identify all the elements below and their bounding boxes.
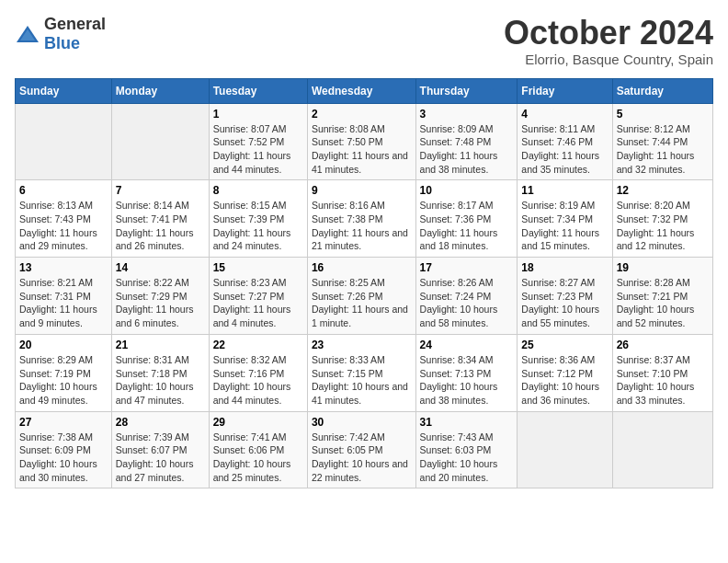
day-number: 6 (19, 184, 108, 197)
page-header: General Blue October 2024 Elorrio, Basqu… (15, 15, 713, 67)
day-number: 11 (521, 184, 608, 197)
day-info: Sunrise: 8:21 AMSunset: 7:31 PMDaylight:… (19, 276, 108, 330)
header-wednesday: Wednesday (307, 78, 415, 103)
day-number: 12 (617, 184, 709, 197)
day-number: 28 (116, 416, 205, 429)
calendar-cell: 13Sunrise: 8:21 AMSunset: 7:31 PMDayligh… (16, 258, 112, 335)
day-number: 21 (116, 339, 205, 351)
day-info: Sunrise: 8:15 AMSunset: 7:39 PMDaylight:… (213, 199, 303, 253)
week-row-2: 13Sunrise: 8:21 AMSunset: 7:31 PMDayligh… (16, 258, 713, 335)
day-info: Sunrise: 8:16 AMSunset: 7:38 PMDaylight:… (312, 199, 412, 253)
logo: General Blue (15, 15, 106, 53)
day-info: Sunrise: 8:36 AMSunset: 7:12 PMDaylight:… (521, 353, 608, 408)
day-info: Sunrise: 7:43 AMSunset: 6:03 PMDaylight:… (420, 431, 514, 485)
header-tuesday: Tuesday (209, 78, 307, 103)
day-number: 20 (19, 339, 108, 351)
week-row-1: 6Sunrise: 8:13 AMSunset: 7:43 PMDaylight… (16, 180, 713, 258)
day-info: Sunrise: 8:07 AMSunset: 7:52 PMDaylight:… (213, 122, 303, 177)
day-info: Sunrise: 8:20 AMSunset: 7:32 PMDaylight:… (617, 199, 709, 253)
day-number: 23 (312, 339, 412, 351)
header-monday: Monday (111, 78, 209, 103)
day-info: Sunrise: 8:23 AMSunset: 7:27 PMDaylight:… (213, 276, 303, 330)
day-info: Sunrise: 7:42 AMSunset: 6:05 PMDaylight:… (312, 431, 412, 485)
logo-blue: Blue (44, 34, 80, 52)
day-number: 15 (213, 261, 303, 274)
day-number: 9 (312, 184, 412, 197)
day-info: Sunrise: 8:29 AMSunset: 7:19 PMDaylight:… (19, 353, 108, 408)
calendar-cell: 28Sunrise: 7:39 AMSunset: 6:07 PMDayligh… (111, 411, 209, 488)
calendar-cell: 29Sunrise: 7:41 AMSunset: 6:06 PMDayligh… (209, 411, 307, 488)
logo-general: General (44, 15, 106, 33)
day-info: Sunrise: 7:39 AMSunset: 6:07 PMDaylight:… (116, 431, 205, 485)
calendar-cell: 27Sunrise: 7:38 AMSunset: 6:09 PMDayligh… (16, 411, 112, 488)
calendar-table: SundayMondayTuesdayWednesdayThursdayFrid… (15, 78, 713, 489)
day-number: 13 (19, 261, 108, 274)
calendar-cell: 12Sunrise: 8:20 AMSunset: 7:32 PMDayligh… (612, 180, 712, 258)
header-friday: Friday (518, 78, 612, 103)
day-number: 10 (420, 184, 514, 197)
day-info: Sunrise: 8:25 AMSunset: 7:26 PMDaylight:… (312, 276, 412, 330)
day-number: 29 (213, 416, 303, 429)
day-info: Sunrise: 8:26 AMSunset: 7:24 PMDaylight:… (420, 276, 514, 330)
day-info: Sunrise: 8:31 AMSunset: 7:18 PMDaylight:… (116, 353, 205, 408)
day-info: Sunrise: 8:11 AMSunset: 7:46 PMDaylight:… (521, 122, 608, 177)
day-number: 7 (116, 184, 205, 197)
day-number: 3 (420, 108, 514, 121)
day-info: Sunrise: 8:27 AMSunset: 7:23 PMDaylight:… (521, 276, 608, 330)
calendar-cell: 7Sunrise: 8:14 AMSunset: 7:41 PMDaylight… (111, 180, 209, 258)
header-thursday: Thursday (415, 78, 518, 103)
logo-text: General Blue (44, 15, 106, 53)
calendar-cell: 10Sunrise: 8:17 AMSunset: 7:36 PMDayligh… (415, 180, 518, 258)
day-info: Sunrise: 8:08 AMSunset: 7:50 PMDaylight:… (312, 122, 412, 177)
calendar-cell (16, 103, 112, 180)
day-number: 1 (213, 108, 303, 121)
day-number: 27 (19, 416, 108, 429)
day-number: 2 (312, 108, 412, 121)
day-number: 26 (617, 339, 709, 351)
day-number: 16 (312, 261, 412, 274)
day-info: Sunrise: 7:38 AMSunset: 6:09 PMDaylight:… (19, 431, 108, 485)
day-number: 4 (521, 108, 608, 121)
week-row-4: 27Sunrise: 7:38 AMSunset: 6:09 PMDayligh… (16, 411, 713, 488)
day-info: Sunrise: 8:14 AMSunset: 7:41 PMDaylight:… (116, 199, 205, 253)
day-info: Sunrise: 8:32 AMSunset: 7:16 PMDaylight:… (213, 353, 303, 408)
calendar-cell: 24Sunrise: 8:34 AMSunset: 7:13 PMDayligh… (415, 334, 518, 411)
day-info: Sunrise: 8:34 AMSunset: 7:13 PMDaylight:… (420, 353, 514, 408)
logo-icon (15, 24, 40, 44)
day-number: 30 (312, 416, 412, 429)
day-info: Sunrise: 8:09 AMSunset: 7:48 PMDaylight:… (420, 122, 514, 177)
day-info: Sunrise: 8:19 AMSunset: 7:34 PMDaylight:… (521, 199, 608, 253)
day-info: Sunrise: 8:13 AMSunset: 7:43 PMDaylight:… (19, 199, 108, 253)
calendar-body: 1Sunrise: 8:07 AMSunset: 7:52 PMDaylight… (16, 103, 713, 488)
day-number: 25 (521, 339, 608, 351)
day-info: Sunrise: 8:37 AMSunset: 7:10 PMDaylight:… (617, 353, 709, 408)
calendar-cell: 1Sunrise: 8:07 AMSunset: 7:52 PMDaylight… (209, 103, 307, 180)
day-number: 24 (420, 339, 514, 351)
day-info: Sunrise: 7:41 AMSunset: 6:06 PMDaylight:… (213, 431, 303, 485)
calendar-cell: 11Sunrise: 8:19 AMSunset: 7:34 PMDayligh… (518, 180, 612, 258)
calendar-cell: 23Sunrise: 8:33 AMSunset: 7:15 PMDayligh… (307, 334, 415, 411)
day-number: 19 (617, 261, 709, 274)
day-info: Sunrise: 8:17 AMSunset: 7:36 PMDaylight:… (420, 199, 514, 253)
subtitle: Elorrio, Basque Country, Spain (504, 52, 713, 67)
calendar-cell: 25Sunrise: 8:36 AMSunset: 7:12 PMDayligh… (518, 334, 612, 411)
week-row-3: 20Sunrise: 8:29 AMSunset: 7:19 PMDayligh… (16, 334, 713, 411)
calendar-cell: 31Sunrise: 7:43 AMSunset: 6:03 PMDayligh… (415, 411, 518, 488)
calendar-cell: 17Sunrise: 8:26 AMSunset: 7:24 PMDayligh… (415, 258, 518, 335)
week-row-0: 1Sunrise: 8:07 AMSunset: 7:52 PMDaylight… (16, 103, 713, 180)
main-title: October 2024 (504, 15, 713, 52)
day-info: Sunrise: 8:12 AMSunset: 7:44 PMDaylight:… (617, 122, 709, 177)
header-saturday: Saturday (612, 78, 712, 103)
calendar-cell: 8Sunrise: 8:15 AMSunset: 7:39 PMDaylight… (209, 180, 307, 258)
day-number: 18 (521, 261, 608, 274)
calendar-cell: 6Sunrise: 8:13 AMSunset: 7:43 PMDaylight… (16, 180, 112, 258)
calendar-cell: 22Sunrise: 8:32 AMSunset: 7:16 PMDayligh… (209, 334, 307, 411)
header-sunday: Sunday (16, 78, 112, 103)
day-number: 17 (420, 261, 514, 274)
calendar-cell: 2Sunrise: 8:08 AMSunset: 7:50 PMDaylight… (307, 103, 415, 180)
calendar-cell (612, 411, 712, 488)
day-info: Sunrise: 8:22 AMSunset: 7:29 PMDaylight:… (116, 276, 205, 330)
calendar-cell: 18Sunrise: 8:27 AMSunset: 7:23 PMDayligh… (518, 258, 612, 335)
calendar-cell (518, 411, 612, 488)
title-block: October 2024 Elorrio, Basque Country, Sp… (504, 15, 713, 67)
